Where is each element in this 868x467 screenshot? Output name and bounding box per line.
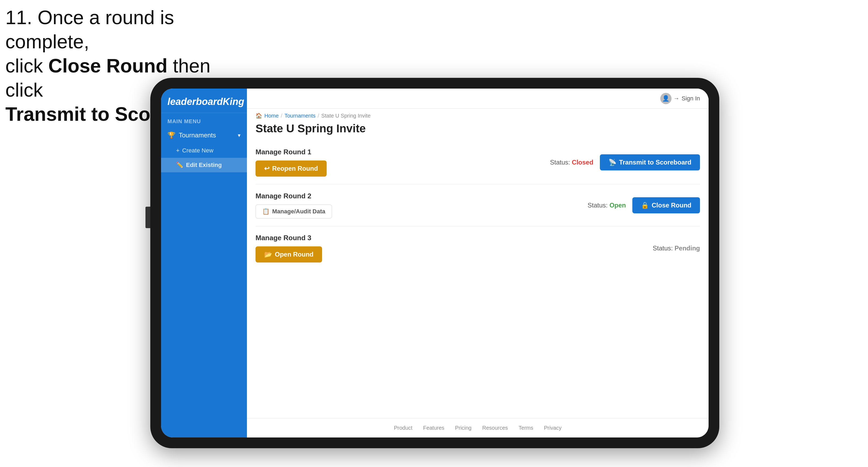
round-1-left: Manage Round 1 ↩ Reopen Round (255, 148, 550, 177)
footer-pricing[interactable]: Pricing (455, 425, 472, 431)
round-3-status: Status: Pending (653, 245, 700, 252)
sidebar-item-create-new[interactable]: + Create New (161, 143, 247, 158)
round-3-title: Manage Round 3 (255, 234, 566, 242)
reopen-round-button[interactable]: ↩ Reopen Round (255, 160, 327, 177)
footer-features[interactable]: Features (423, 425, 444, 431)
top-nav: 👤 → Sign In (247, 89, 709, 109)
avatar: 👤 (660, 93, 672, 104)
edit-icon: ✏️ (176, 162, 183, 168)
trophy-icon: 🏆 (167, 131, 176, 139)
round-2-title: Manage Round 2 (255, 192, 566, 200)
round-3-left: Manage Round 3 📂 Open Round (255, 234, 566, 262)
footer-privacy[interactable]: Privacy (544, 425, 562, 431)
round-3-right: Status: Pending (566, 245, 700, 252)
audit-icon: 📋 (262, 208, 270, 215)
sign-in-button[interactable]: 👤 → Sign In (660, 93, 700, 104)
tablet-screen: leaderboardKing MAIN MENU 🏆 Tournaments … (161, 89, 709, 437)
page-title: State U Spring Invite (247, 119, 709, 141)
content-area: Manage Round 1 ↩ Reopen Round Status: Cl… (247, 141, 709, 418)
reopen-round-label: Reopen Round (272, 165, 318, 172)
app-layout: leaderboardKing MAIN MENU 🏆 Tournaments … (161, 89, 709, 437)
open-round-button[interactable]: 📂 Open Round (255, 246, 322, 262)
sidebar: leaderboardKing MAIN MENU 🏆 Tournaments … (161, 89, 247, 437)
round-2-right: Status: Open 🔒 Close Round (566, 197, 700, 213)
chevron-down-icon: ▾ (238, 132, 241, 138)
footer-resources[interactable]: Resources (482, 425, 508, 431)
sidebar-logo: leaderboardKing (161, 89, 247, 113)
breadcrumb-tournaments[interactable]: Tournaments (284, 113, 316, 119)
breadcrumb-current: State U Spring Invite (321, 113, 370, 119)
open-round-label: Open Round (275, 251, 313, 258)
breadcrumb-sep1: / (281, 113, 282, 119)
sidebar-tournaments-label: Tournaments (179, 131, 216, 139)
main-content: 👤 → Sign In 🏠 Home / Tournaments / State… (247, 89, 709, 437)
transmit-label: Transmit to Scoreboard (619, 159, 691, 166)
breadcrumb: 🏠 Home / Tournaments / State U Spring In… (247, 109, 709, 119)
open-icon: 📂 (264, 251, 272, 258)
main-menu-label: MAIN MENU (161, 113, 247, 127)
footer-product[interactable]: Product (394, 425, 412, 431)
round-3-section: Manage Round 3 📂 Open Round Status: Pend… (255, 226, 700, 270)
close-round-label: Close Round (652, 201, 691, 209)
signin-arrow-icon: → (674, 95, 680, 102)
manage-audit-button[interactable]: 📋 Manage/Audit Data (255, 205, 332, 218)
round-3-status-value: Pending (675, 245, 700, 252)
sign-in-label: Sign In (682, 95, 700, 102)
create-new-label: Create New (182, 147, 213, 154)
logo-bold: King (223, 96, 244, 107)
page-footer: Product Features Pricing Resources Terms… (247, 418, 709, 437)
transmit-icon: 📡 (609, 159, 617, 166)
round-1-right: Status: Closed 📡 Transmit to Scoreboard (550, 154, 700, 170)
reopen-icon: ↩ (264, 165, 270, 172)
round-1-section: Manage Round 1 ↩ Reopen Round Status: Cl… (255, 141, 700, 184)
sidebar-item-edit-existing[interactable]: ✏️ Edit Existing (161, 158, 247, 172)
round-2-status-value: Open (610, 201, 626, 209)
user-icon: 👤 (662, 95, 670, 102)
logo-text: leaderboard (167, 96, 223, 107)
footer-terms[interactable]: Terms (519, 425, 533, 431)
tablet-frame: leaderboardKing MAIN MENU 🏆 Tournaments … (150, 78, 719, 448)
sidebar-item-tournaments[interactable]: 🏆 Tournaments ▾ (161, 127, 247, 143)
round-2-section: Manage Round 2 📋 Manage/Audit Data Statu… (255, 184, 700, 226)
breadcrumb-sep2: / (318, 113, 319, 119)
plus-icon: + (176, 147, 180, 154)
tablet-side-button (146, 207, 150, 228)
close-round-button[interactable]: 🔒 Close Round (632, 197, 700, 213)
round-1-title: Manage Round 1 (255, 148, 550, 156)
transmit-to-scoreboard-button[interactable]: 📡 Transmit to Scoreboard (600, 154, 700, 170)
round-1-status: Status: Closed (550, 159, 593, 166)
edit-existing-label: Edit Existing (186, 162, 222, 168)
manage-audit-label: Manage/Audit Data (272, 208, 325, 215)
lock-icon: 🔒 (641, 201, 649, 209)
home-icon: 🏠 (255, 113, 262, 119)
round-2-status: Status: Open (588, 201, 626, 209)
round-1-status-value: Closed (572, 159, 593, 166)
breadcrumb-home[interactable]: Home (265, 113, 279, 119)
round-2-left: Manage Round 2 📋 Manage/Audit Data (255, 192, 566, 218)
